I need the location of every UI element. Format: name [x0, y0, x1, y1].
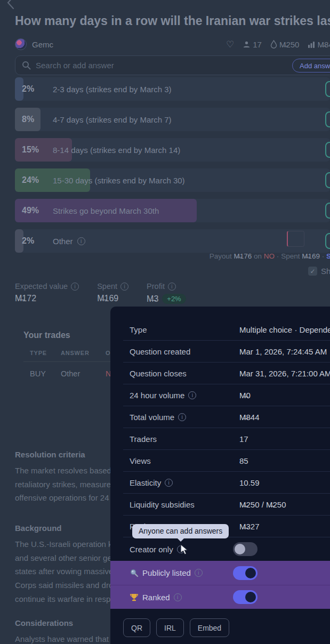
modal-stat-value: M̶0 — [239, 391, 251, 400]
answer-row[interactable]: 2%2-3 days (strikes end by March 3) — [15, 77, 330, 101]
answer-percent: 15% — [22, 145, 40, 155]
market-info-modal: TypeMultiple choice · DependentQuestion … — [110, 307, 330, 644]
modal-stat-label: Type — [130, 325, 147, 334]
info-icon[interactable] — [168, 283, 176, 291]
checkbox-checked-icon[interactable] — [308, 267, 317, 276]
creator-row[interactable]: Gemc — [15, 38, 53, 51]
creator-name[interactable]: Gemc — [32, 40, 53, 49]
position-summary-line: Payout M̶176 on NO · Spent M̶169 · Sell — [210, 252, 330, 260]
modal-stat-label: Traders — [130, 434, 157, 444]
irl-share-button[interactable]: IRL — [156, 618, 184, 637]
traders-stat: 17 — [243, 40, 262, 49]
bet-amount-input[interactable] — [287, 231, 304, 247]
modal-stat-value: M̶844 — [239, 413, 260, 422]
modal-stat-label: Question closes — [130, 369, 187, 378]
search-answer-input[interactable]: Search or add answer — [15, 55, 330, 75]
info-icon[interactable] — [178, 413, 186, 421]
modal-stat-value: Mar 1, 2026, 7:24:45 AM — [239, 347, 327, 356]
no-outcome-label: NO — [264, 252, 275, 260]
info-icon[interactable] — [120, 283, 128, 291]
modal-stat-row: Question closesMar 31, 2026, 7:21:00 AM — [123, 363, 330, 384]
tooltip: Anyone can add answers — [132, 524, 229, 538]
trophy-icon — [130, 593, 139, 602]
back-icon[interactable] — [4, 0, 17, 10]
toggle-label: Publicly listed — [130, 568, 203, 577]
answer-row[interactable]: 2%Other — [15, 229, 330, 253]
answer-label: 4-7 days (strikes end by March 7) — [53, 115, 172, 124]
profit-stat: Profit M̶3+2% — [147, 282, 186, 304]
info-icon[interactable] — [195, 569, 203, 577]
buy-yes-button[interactable] — [325, 142, 330, 158]
volume-stat: M̶84 — [308, 40, 330, 49]
expected-value-stat: Expected value M̶172 — [15, 282, 79, 304]
modal-stat-row: TypeMultiple choice · Dependent — [123, 308, 330, 341]
modal-stat-label: Elasticity — [130, 478, 173, 487]
answer-row[interactable]: 49%Strikes go beyond March 30th — [15, 199, 330, 222]
answer-label: 15-30 days (strikes end by March 30) — [53, 176, 185, 185]
profit-percent-badge: +2% — [162, 294, 186, 304]
page-title: How many days in a row will the Iranian … — [15, 14, 330, 28]
modal-stat-value: M̶327 — [239, 522, 260, 531]
answer-row[interactable]: 15%8-14 days (strikes end by March 14) — [15, 138, 330, 162]
toggle-label: Creator only — [130, 545, 185, 554]
modal-stat-value: M̶250 / M̶250 — [239, 500, 286, 509]
info-icon[interactable] — [71, 283, 79, 291]
add-answer-button[interactable]: Add answer — [292, 59, 330, 73]
info-icon[interactable] — [77, 237, 85, 245]
buy-yes-button[interactable] — [325, 172, 330, 188]
embed-share-button[interactable]: Embed — [190, 618, 229, 637]
answer-percent: 2% — [22, 236, 40, 246]
liquidity-stat: M̶250 — [270, 40, 300, 49]
bookmark-heart-icon[interactable] — [226, 39, 234, 50]
buy-yes-button[interactable] — [325, 111, 330, 127]
info-icon[interactable] — [174, 593, 182, 601]
buy-yes-button[interactable] — [325, 81, 330, 97]
bar-chart-icon — [308, 41, 315, 48]
answers-list: 2%2-3 days (strikes end by March 3)8%4-7… — [15, 77, 330, 260]
toggle-switch-on[interactable] — [233, 590, 257, 604]
info-icon[interactable] — [165, 479, 173, 487]
market-page: How many days in a row will the Iranian … — [0, 0, 330, 644]
toggle-knob — [245, 592, 256, 602]
answer-percent: 24% — [22, 175, 40, 185]
answer-percent: 2% — [22, 84, 40, 94]
search-placeholder: Search or add answer — [36, 61, 114, 70]
modal-stat-label: 24 hour volume — [130, 391, 196, 400]
your-trades-title: Your trades — [23, 331, 70, 340]
toggle-switch-off[interactable] — [233, 542, 257, 556]
show-checkbox-row[interactable]: Sho — [308, 267, 330, 276]
modal-stat-label: Total volume — [130, 413, 186, 422]
modal-stat-value: Mar 31, 2026, 7:21:00 AM — [239, 369, 330, 378]
answer-row[interactable]: 24%15-30 days (strikes end by March 30) — [15, 168, 330, 192]
buy-yes-button[interactable] — [325, 233, 330, 249]
answer-label: Other — [53, 237, 85, 246]
answer-percent: 8% — [22, 115, 40, 124]
modal-stat-row: Liquidity subsidiesM̶250 / M̶250 — [123, 494, 330, 516]
sell-link[interactable]: Sell — [326, 252, 330, 260]
modal-stat-row: Total volumeM̶844 — [123, 406, 330, 428]
modal-stat-row: 24 hour volumeM̶0 — [123, 384, 330, 406]
answer-label: 2-3 days (strikes end by March 3) — [53, 85, 172, 94]
search-icon — [22, 61, 31, 70]
modal-stat-row: Traders17 — [123, 428, 330, 450]
toggle-row-creator-only: Creator only — [110, 537, 330, 561]
creator-avatar[interactable] — [15, 38, 27, 50]
share-buttons: QRIRLEmbed — [123, 618, 229, 637]
modal-stat-value: 85 — [239, 456, 248, 465]
qr-share-button[interactable]: QR — [123, 618, 150, 637]
buy-yes-button[interactable] — [325, 203, 330, 219]
answer-label: Strikes go beyond March 30th — [53, 206, 159, 215]
answer-row[interactable]: 8%4-7 days (strikes end by March 7) — [15, 108, 330, 131]
modal-stat-value: 17 — [239, 434, 248, 444]
toggle-row-publicly-listed: Publicly listed — [110, 561, 330, 585]
info-icon[interactable] — [188, 391, 196, 399]
toggle-knob — [235, 544, 245, 554]
market-stats: 17 M̶250 M̶84 — [226, 38, 330, 51]
modal-stat-label: Question created — [130, 347, 190, 356]
toggle-switch-on[interactable] — [233, 566, 257, 580]
answer-percent: 49% — [22, 206, 40, 215]
toggle-label: Ranked — [130, 593, 182, 602]
modal-stat-value: Multiple choice · Dependent — [239, 325, 330, 334]
spent-stat: Spent M̶169 — [97, 282, 128, 304]
magnifier-icon — [130, 568, 139, 577]
